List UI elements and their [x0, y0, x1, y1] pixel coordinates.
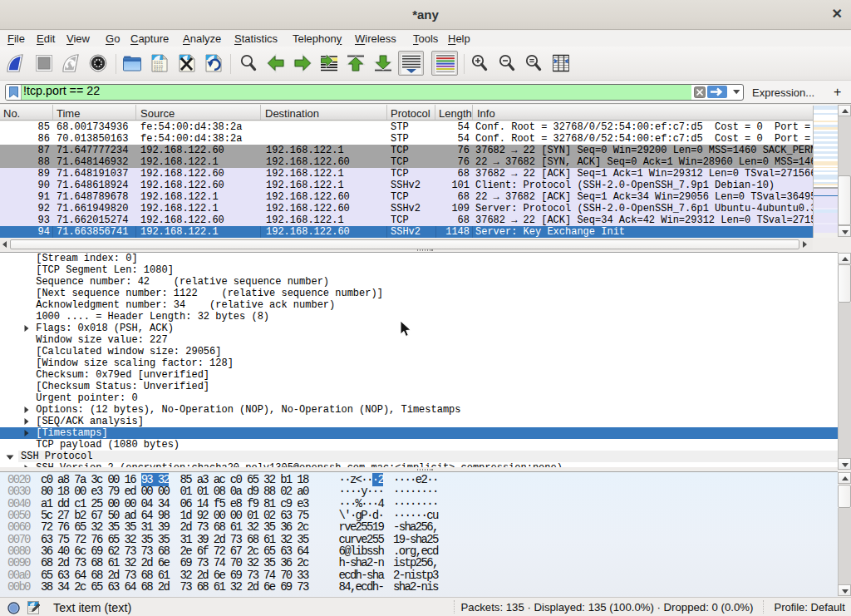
svg-text:0111: 0111: [154, 68, 163, 72]
